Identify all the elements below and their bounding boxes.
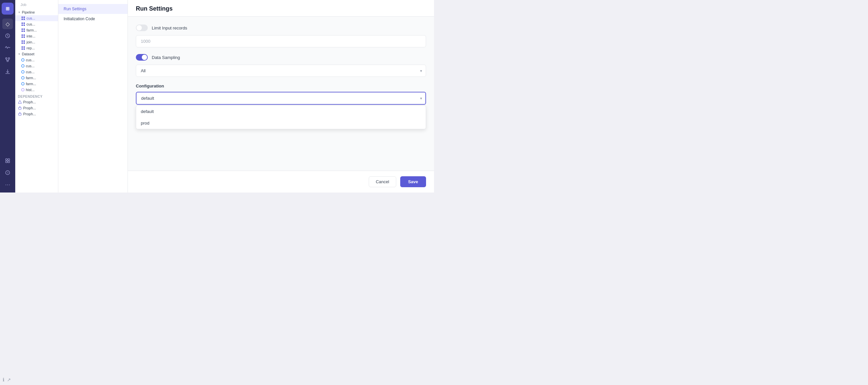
branch-icon[interactable] [2,54,13,65]
svg-rect-18 [22,19,23,20]
dataset-item-label: farm... [26,82,36,86]
config-dropdown-menu: default prod [136,106,426,129]
svg-rect-33 [24,40,25,42]
help-icon[interactable]: ? [2,167,13,178]
diamond-icon[interactable]: ◇ [2,19,13,29]
dataset-item-label: cus... [26,70,34,74]
run-settings-body: Limit Input records Data Sampling All Ra… [128,17,434,192]
dataset-item-4[interactable]: farm... [15,81,58,87]
svg-rect-22 [22,25,23,26]
dataset-item-label: cus... [26,64,34,68]
svg-rect-2 [8,58,10,59]
dependency-item-1[interactable]: Proph... [15,105,58,111]
activity-icon[interactable] [2,42,13,53]
dataset-item-label: cus... [26,58,34,62]
svg-rect-31 [24,36,25,38]
dropdown-item-default[interactable]: default [136,106,426,117]
dataset-item-5[interactable]: hist... [15,87,58,93]
dataset-item-label: hist... [26,88,34,92]
svg-rect-11 [8,159,10,160]
pipeline-item-4[interactable]: join... [15,39,58,45]
configuration-label: Configuration [136,84,426,88]
settings-nav-item-init[interactable]: Initialization Code [58,14,128,24]
svg-rect-32 [22,40,23,42]
clock-icon[interactable] [2,30,13,41]
icon-rail: ⊞ ◇ [0,0,15,192]
svg-rect-29 [24,34,25,36]
pipeline-item-label: join... [27,40,35,44]
pipeline-item-3[interactable]: inte... [15,33,58,39]
download-icon[interactable] [2,66,13,77]
svg-rect-30 [22,36,23,38]
dataset-label: Dataset [22,52,34,56]
dataset-section-header[interactable]: ▼ Dataset [15,51,58,57]
limit-input-field[interactable] [136,35,426,48]
svg-rect-24 [22,29,23,30]
limit-input-toggle[interactable] [136,25,148,31]
dataset-item-2[interactable]: cus... [15,69,58,75]
cancel-button[interactable]: Cancel [369,176,396,187]
svg-rect-16 [22,17,23,18]
dataset-item-1[interactable]: cus... [15,63,58,69]
svg-rect-42 [19,113,21,115]
data-sampling-toggle[interactable] [136,54,148,61]
svg-rect-27 [24,30,25,32]
data-sampling-select[interactable]: All Random First N [136,65,426,77]
svg-rect-36 [22,47,23,48]
main-content: Run Settings Limit Input records Data Sa… [128,0,434,192]
config-wrapper: Choose configuration default prod ▾ [136,92,426,105]
svg-rect-21 [24,23,25,24]
svg-marker-40 [18,100,22,103]
svg-rect-39 [24,48,25,50]
svg-rect-38 [22,48,23,50]
settings-nav-item-run[interactable]: Run Settings [58,4,128,14]
svg-rect-10 [6,159,7,160]
svg-rect-35 [24,42,25,44]
pipeline-item-label: farm... [27,28,37,32]
config-select-wrapper: default prod ▾ [136,92,426,105]
config-select[interactable]: default prod [136,92,426,105]
pipeline-item-0[interactable]: cus... [15,15,58,21]
modal-footer: Cancel Save [128,171,434,192]
svg-rect-23 [24,25,25,26]
svg-rect-20 [22,23,23,24]
dataset-item-label: farm... [26,76,36,80]
pipeline-item-label: cus... [27,22,35,26]
svg-rect-37 [24,47,25,48]
svg-line-5 [6,60,8,60]
pipeline-item-label: inte... [27,34,35,38]
svg-rect-25 [24,29,25,30]
dependency-item-2[interactable]: Proph... [15,111,58,117]
settings-nav: Run Settings Initialization Code [58,0,128,192]
app-logo: ⊞ [2,3,13,14]
dependency-item-label: Proph... [23,100,36,104]
main-header: Run Settings [128,0,434,17]
svg-rect-17 [24,17,25,18]
limit-input-label: Limit Input records [152,26,187,30]
svg-line-7 [8,60,9,60]
page-title: Run Settings [136,5,426,12]
pipeline-item-2[interactable]: farm... [15,27,58,33]
dropdown-item-prod[interactable]: prod [136,117,426,129]
svg-rect-28 [22,34,23,36]
pipeline-item-1[interactable]: cus... [15,21,58,27]
dependency-item-label: Proph... [23,112,36,116]
pipeline-item-5[interactable]: rep... [15,45,58,51]
svg-rect-19 [24,19,25,20]
dataset-item-3[interactable]: farm... [15,75,58,81]
dataset-item-0[interactable]: cus... [15,57,58,63]
limit-input-row: Limit Input records [136,25,426,31]
grid-icon[interactable] [2,155,13,166]
pipeline-section-header[interactable]: ▼ Pipeline [15,9,58,15]
data-sampling-label: Data Sampling [152,55,180,60]
svg-text:?: ? [7,171,9,175]
svg-rect-12 [6,161,7,163]
data-sampling-row: Data Sampling [136,54,426,61]
more-icon[interactable]: ⋯ [2,179,13,190]
svg-rect-26 [22,30,23,32]
save-button[interactable]: Save [400,176,426,187]
dependency-item-0[interactable]: Proph... [15,99,58,105]
svg-rect-13 [8,161,10,163]
pipeline-item-label: rep... [27,46,35,50]
svg-rect-34 [22,42,23,44]
